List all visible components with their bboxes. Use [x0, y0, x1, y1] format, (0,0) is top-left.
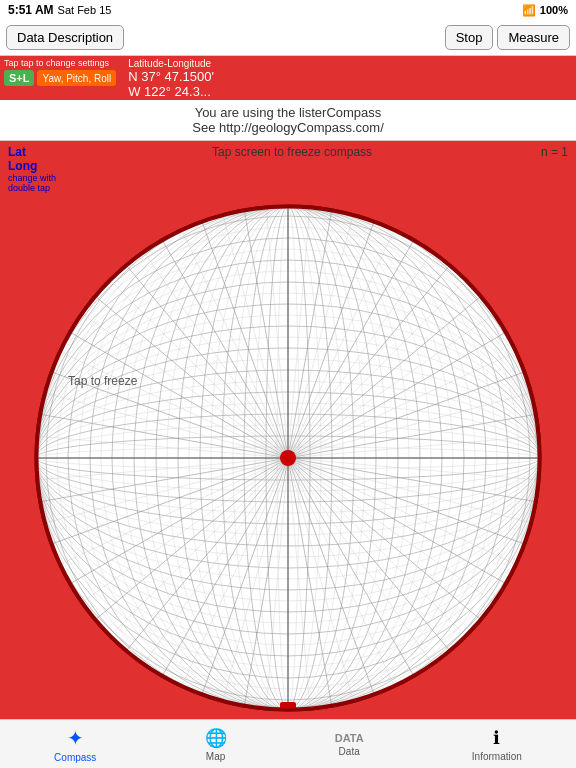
data-icon: DATA — [335, 732, 364, 744]
notice-line2: See http://geologyCompass.com/ — [10, 120, 566, 135]
status-date: Sat Feb 15 — [58, 4, 112, 16]
info-icon: ℹ — [493, 727, 500, 749]
latitude-value: N 37° 47.1500' — [128, 69, 214, 84]
tab-information-label: Information — [472, 751, 522, 762]
status-time: 5:51 AM — [8, 3, 54, 17]
compass-container[interactable]: Lat Long change withdouble tap Tap scree… — [0, 141, 576, 722]
status-bar: 5:51 AM Sat Feb 15 📶 100% — [0, 0, 576, 20]
status-bar-right: 📶 100% — [522, 4, 568, 17]
tab-map[interactable]: 🌐 Map — [193, 723, 239, 766]
compass-top-labels: Lat Long change withdouble tap Tap scree… — [0, 141, 576, 194]
top-bar: Data Description Stop Measure — [0, 20, 576, 56]
wifi-icon: 📶 — [522, 4, 536, 17]
tap-change-settings-label: Tap tap to change settings — [4, 58, 116, 68]
status-bar-left: 5:51 AM Sat Feb 15 — [8, 3, 111, 17]
data-description-button[interactable]: Data Description — [6, 25, 124, 50]
stop-button[interactable]: Stop — [445, 25, 494, 50]
info-bar-left: Tap tap to change settings S+L Yaw, Pitc… — [0, 56, 120, 100]
info-bar: Tap tap to change settings S+L Yaw, Pitc… — [0, 56, 576, 100]
notice-bar: You are using the listerCompass See http… — [0, 100, 576, 141]
ypr-button[interactable]: Yaw, Pitch, Roll — [37, 70, 116, 86]
tap-screen-label: Tap screen to freeze compass — [56, 145, 528, 159]
change-note: change withdouble tap — [8, 174, 56, 194]
lat-label: Lat — [8, 145, 56, 159]
n-label: n = 1 — [528, 145, 568, 159]
tab-data[interactable]: DATA Data — [323, 728, 376, 761]
info-bar-right: Latitude-Longitude N 37° 47.1500' W 122°… — [120, 56, 222, 100]
sl-button[interactable]: S+L — [4, 70, 34, 86]
stereonet-wrapper[interactable]: Tap to freeze — [0, 194, 576, 722]
tab-map-label: Map — [206, 751, 225, 762]
map-icon: 🌐 — [205, 727, 227, 749]
notice-line1: You are using the listerCompass — [10, 105, 566, 120]
stereonet-svg[interactable] — [28, 198, 548, 718]
tab-compass-label: Compass — [54, 752, 96, 763]
tab-information[interactable]: ℹ Information — [460, 723, 534, 766]
lat-long-title: Latitude-Longitude — [128, 58, 214, 69]
tab-data-label: Data — [339, 746, 360, 757]
svg-point-85 — [280, 450, 296, 466]
lat-long-side: Lat Long change withdouble tap — [8, 145, 56, 194]
compass-icon: ✦ — [67, 726, 84, 750]
longitude-value: W 122° 24.3... — [128, 84, 214, 99]
battery-label: 100% — [540, 4, 568, 16]
long-label: Long — [8, 159, 56, 173]
tab-bar: ✦ Compass 🌐 Map DATA Data ℹ Information — [0, 719, 576, 768]
tab-compass[interactable]: ✦ Compass — [42, 722, 108, 767]
measure-button[interactable]: Measure — [497, 25, 570, 50]
